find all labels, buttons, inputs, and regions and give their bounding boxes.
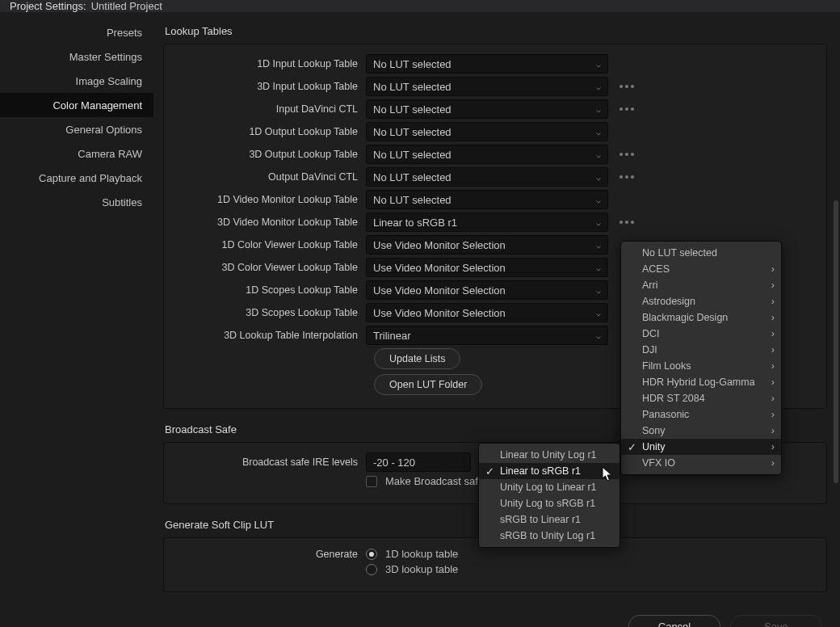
- lut-select[interactable]: No LUT selected⌵: [366, 77, 608, 96]
- save-button[interactable]: Save: [730, 615, 822, 627]
- lut-select[interactable]: No LUT selected⌵: [366, 54, 608, 74]
- sidebar-item-general-options[interactable]: General Options: [0, 117, 153, 141]
- sidebar-item-master-settings[interactable]: Master Settings: [0, 44, 153, 69]
- more-options-icon[interactable]: [620, 153, 634, 156]
- lut-select-value: Trilinear: [373, 330, 410, 342]
- lut-row: 3D Input Lookup TableNo LUT selected⌵: [172, 77, 818, 96]
- chevron-down-icon: ⌵: [596, 150, 601, 159]
- chevron-down-icon: ⌵: [596, 60, 601, 69]
- sidebar-item-capture-and-playback[interactable]: Capture and Playback: [0, 166, 153, 190]
- scrollbar-thumb[interactable]: [834, 200, 838, 483]
- lut-select[interactable]: Use Video Monitor Selection⌵: [366, 235, 608, 255]
- sidebar-item-camera-raw[interactable]: Camera RAW: [0, 141, 153, 166]
- chevron-down-icon: ⌵: [596, 105, 601, 114]
- submenu-item-linear-to-unity-log-r1[interactable]: Linear to Unity Log r1: [479, 447, 620, 463]
- sidebar-item-presets[interactable]: Presets: [0, 20, 153, 44]
- footer: Cancel Save: [0, 615, 840, 627]
- menu-item-unity[interactable]: Unity: [621, 439, 781, 455]
- menu-item-vfx-io[interactable]: VFX IO: [621, 455, 781, 471]
- lut-select[interactable]: No LUT selected⌵: [366, 167, 608, 187]
- sidebar-item-image-scaling[interactable]: Image Scaling: [0, 69, 153, 93]
- lut-select-value: No LUT selected: [373, 103, 452, 116]
- lut-row: Input DaVinci CTLNo LUT selected⌵: [172, 99, 818, 119]
- lut-label: 3D Color Viewer Lookup Table: [172, 262, 366, 273]
- radio-3d-lookup[interactable]: [366, 564, 377, 575]
- update-lists-button[interactable]: Update Lists: [374, 348, 460, 369]
- chevron-down-icon: ⌵: [596, 241, 601, 250]
- lut-select[interactable]: Use Video Monitor Selection⌵: [366, 258, 608, 277]
- lut-label: 3D Lookup Table Interpolation: [172, 330, 366, 341]
- submenu-item-srgb-to-unity-log-r1[interactable]: sRGB to Unity Log r1: [479, 528, 620, 544]
- broadcast-ire-value: -20 - 120: [373, 457, 415, 469]
- lut-select-value: No LUT selected: [373, 58, 452, 70]
- lut-label: 1D Scopes Lookup Table: [172, 284, 366, 296]
- lut-select[interactable]: No LUT selected⌵: [366, 145, 608, 164]
- broadcast-safe-label: Make Broadcast safe: [385, 475, 484, 487]
- radio-1d-label: 1D lookup table: [385, 548, 458, 560]
- lut-select[interactable]: No LUT selected⌵: [366, 190, 608, 209]
- lut-submenu-unity[interactable]: Linear to Unity Log r1Linear to sRGB r1U…: [478, 443, 620, 548]
- lut-row: 1D Video Monitor Lookup TableNo LUT sele…: [172, 190, 818, 209]
- lut-select[interactable]: Trilinear⌵: [366, 326, 608, 345]
- radio-1d-lookup[interactable]: [366, 549, 377, 560]
- broadcast-ire-label: Broadcast safe IRE levels: [172, 457, 366, 468]
- lut-select-value: No LUT selected: [373, 126, 452, 138]
- open-lut-folder-button[interactable]: Open LUT Folder: [374, 374, 482, 395]
- lut-row: 3D Output Lookup TableNo LUT selected⌵: [172, 145, 818, 164]
- submenu-item-srgb-to-linear-r1[interactable]: sRGB to Linear r1: [479, 511, 620, 528]
- menu-item-film-looks[interactable]: Film Looks: [621, 358, 781, 374]
- submenu-item-unity-log-to-linear-r1[interactable]: Unity Log to Linear r1: [479, 479, 620, 495]
- menu-item-panasonic[interactable]: Panasonic: [621, 406, 781, 423]
- submenu-item-linear-to-srgb-r1[interactable]: Linear to sRGB r1: [479, 463, 620, 479]
- menu-item-blackmagic-design[interactable]: Blackmagic Design: [621, 309, 781, 326]
- lut-select-value: No LUT selected: [373, 149, 452, 161]
- menu-item-dci[interactable]: DCI: [621, 326, 781, 342]
- lut-row: 3D Video Monitor Lookup TableLinear to s…: [172, 213, 818, 232]
- lut-select[interactable]: No LUT selected⌵: [366, 122, 608, 141]
- lut-label: Input DaVinci CTL: [172, 103, 366, 115]
- lut-category-menu[interactable]: No LUT selectedACESArriAstrodesignBlackm…: [620, 241, 782, 475]
- chevron-down-icon: ⌵: [596, 286, 601, 295]
- lut-label: Output DaVinci CTL: [172, 171, 366, 183]
- titlebar-project: Untitled Project: [91, 0, 162, 12]
- generate-label: Generate: [172, 549, 366, 560]
- lut-select[interactable]: Linear to sRGB r1⌵: [366, 213, 608, 232]
- sidebar-item-subtitles[interactable]: Subtitles: [0, 190, 153, 214]
- lut-select-value: No LUT selected: [373, 81, 452, 93]
- menu-item-arri[interactable]: Arri: [621, 277, 781, 293]
- chevron-down-icon: ⌵: [596, 263, 601, 272]
- lut-select-value: Use Video Monitor Selection: [373, 284, 506, 297]
- cancel-button[interactable]: Cancel: [628, 615, 720, 627]
- more-options-icon[interactable]: [620, 107, 634, 111]
- menu-item-sony[interactable]: Sony: [621, 423, 781, 439]
- sidebar-item-color-management[interactable]: Color Management: [0, 93, 153, 117]
- chevron-down-icon: ⌵: [596, 128, 601, 137]
- scrollbar-track[interactable]: [834, 24, 838, 590]
- more-options-icon[interactable]: [620, 85, 634, 88]
- menu-item-aces[interactable]: ACES: [621, 261, 781, 277]
- menu-item-hdr-st-2084[interactable]: HDR ST 2084: [621, 390, 781, 406]
- radio-3d-label: 3D lookup table: [385, 563, 458, 575]
- submenu-item-unity-log-to-srgb-r1[interactable]: Unity Log to sRGB r1: [479, 495, 620, 511]
- menu-item-hdr-hybrid-log-gamma[interactable]: HDR Hybrid Log-Gamma: [621, 374, 781, 390]
- broadcast-ire-select[interactable]: -20 - 120: [366, 452, 471, 472]
- more-options-icon[interactable]: [620, 221, 634, 224]
- menu-item-no-lut-selected[interactable]: No LUT selected: [621, 245, 781, 261]
- chevron-down-icon: ⌵: [596, 331, 601, 340]
- lut-select[interactable]: No LUT selected⌵: [366, 99, 608, 119]
- lut-select[interactable]: Use Video Monitor Selection⌵: [366, 303, 608, 322]
- lut-select-value: Use Video Monitor Selection: [373, 307, 506, 319]
- broadcast-safe-checkbox[interactable]: [366, 476, 377, 487]
- chevron-down-icon: ⌵: [596, 218, 601, 227]
- lut-label: 3D Video Monitor Lookup Table: [172, 217, 366, 228]
- menu-item-dji[interactable]: DJI: [621, 342, 781, 358]
- lut-label: 1D Output Lookup Table: [172, 126, 366, 137]
- sidebar: PresetsMaster SettingsImage ScalingColor…: [0, 12, 153, 615]
- more-options-icon[interactable]: [620, 175, 634, 179]
- chevron-down-icon: ⌵: [596, 309, 601, 318]
- lut-label: 1D Video Monitor Lookup Table: [172, 194, 366, 205]
- lut-select-value: Use Video Monitor Selection: [373, 239, 506, 251]
- lut-select[interactable]: Use Video Monitor Selection⌵: [366, 280, 608, 300]
- menu-item-astrodesign[interactable]: Astrodesign: [621, 293, 781, 309]
- lut-label: 1D Color Viewer Lookup Table: [172, 239, 366, 250]
